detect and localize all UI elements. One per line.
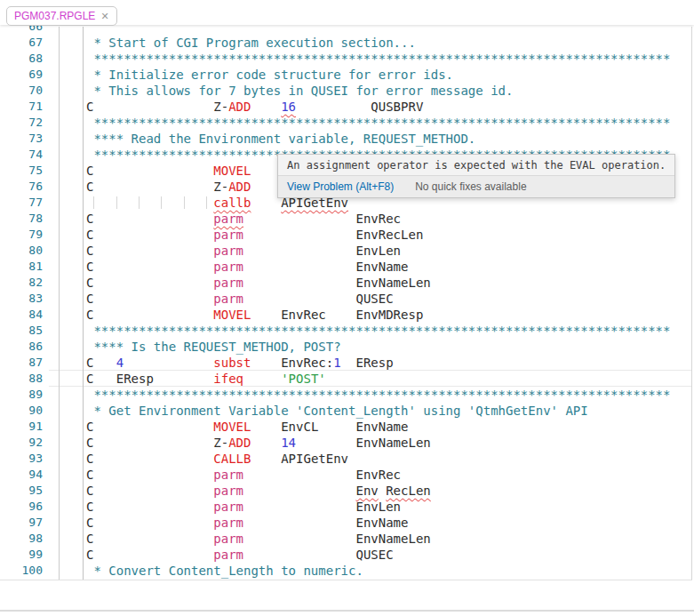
line-number[interactable]: 86 xyxy=(0,339,43,355)
line-number[interactable]: 82 xyxy=(0,275,43,291)
line-number[interactable]: 67 xyxy=(0,35,43,51)
line-number[interactable]: 71 xyxy=(0,99,43,115)
code-line-67[interactable]: 67 * Start of CGI Program execution sect… xyxy=(0,35,694,51)
line-number[interactable]: 95 xyxy=(0,483,43,499)
line-number[interactable]: 90 xyxy=(0,403,43,419)
code-text: C parm EnvLen xyxy=(86,243,401,259)
indent-guide xyxy=(93,196,94,209)
line-number[interactable]: 84 xyxy=(0,307,43,323)
code-line-91[interactable]: 91C MOVEL EnvCL EnvName xyxy=(0,419,694,435)
code-line-89[interactable]: 89 *************************************… xyxy=(0,387,694,403)
code-line-95[interactable]: 95C parm Env RecLen xyxy=(0,483,694,499)
code-text: C parm EnvNameLen xyxy=(86,531,431,547)
line-number[interactable]: 75 xyxy=(0,163,43,179)
line-number[interactable]: 85 xyxy=(0,323,43,339)
view-problem-link[interactable]: View Problem (Alt+F8) xyxy=(287,180,394,193)
code-text: C parm EnvRec xyxy=(86,211,401,227)
code-line-82[interactable]: 82C parm EnvNameLen xyxy=(0,275,694,291)
code-line-85[interactable]: 85 *************************************… xyxy=(0,323,694,339)
code-text: C Z-ADD xyxy=(86,179,251,195)
line-number[interactable]: 96 xyxy=(0,499,43,515)
code-text: C parm EnvName xyxy=(86,259,408,275)
code-text: C CALLB APIGetEnv xyxy=(86,451,348,467)
code-text: C MOVEL EnvRec EnvMDResp xyxy=(86,307,423,323)
code-line-79[interactable]: 79C parm EnvRecLen xyxy=(0,227,694,243)
line-number[interactable]: 69 xyxy=(0,67,43,83)
line-number[interactable]: 81 xyxy=(0,259,43,275)
code-line-81[interactable]: 81C parm EnvName xyxy=(0,259,694,275)
code-area[interactable]: 6667 * Start of CGI Program execution se… xyxy=(0,19,694,579)
editor-bottom-border xyxy=(0,580,692,580)
line-number[interactable]: 80 xyxy=(0,243,43,259)
line-number[interactable]: 70 xyxy=(0,83,43,99)
code-line-69[interactable]: 69 * Initialize error code structure for… xyxy=(0,67,694,83)
code-line-78[interactable]: 78C parm EnvRec xyxy=(0,211,694,227)
code-text: C parm Env RecLen xyxy=(86,483,431,499)
code-line-80[interactable]: 80C parm EnvLen xyxy=(0,243,694,259)
code-line-68[interactable]: 68 *************************************… xyxy=(0,51,694,67)
code-line-96[interactable]: 96C parm EnvLen xyxy=(0,499,694,515)
code-line-72[interactable]: 72 *************************************… xyxy=(0,115,694,131)
code-text: C parm EnvName xyxy=(86,515,408,531)
code-line-71[interactable]: 71C Z-ADD 16 QUSBPRV xyxy=(0,99,694,115)
code-line-73[interactable]: 73 **** Read the Environment variable, R… xyxy=(0,131,694,147)
code-line-97[interactable]: 97C parm EnvName xyxy=(0,515,694,531)
code-text: C parm EnvLen xyxy=(86,499,401,515)
code-line-93[interactable]: 93C CALLB APIGetEnv xyxy=(0,451,694,467)
code-line-90[interactable]: 90 * Get Environment Variable 'Content_L… xyxy=(0,403,694,419)
line-number[interactable]: 76 xyxy=(0,179,43,195)
line-number[interactable]: 93 xyxy=(0,451,43,467)
code-line-87[interactable]: 87C 4 subst EnvRec:1 EResp xyxy=(0,355,694,371)
code-text: * This allows for 7 bytes in QUSEI for e… xyxy=(86,83,513,99)
quick-fix-hint: No quick fixes available xyxy=(415,180,526,193)
code-line-88[interactable]: 88C EResp ifeq 'POST' xyxy=(0,371,694,387)
line-number[interactable]: 98 xyxy=(0,531,43,547)
code-line-100[interactable]: 100 * Convert Content_Length to numeric. xyxy=(0,563,694,579)
line-number[interactable]: 78 xyxy=(0,211,43,227)
code-text: ****************************************… xyxy=(86,323,670,339)
code-line-94[interactable]: 94C parm EnvRec xyxy=(0,467,694,483)
code-text: C parm EnvRec xyxy=(86,467,401,483)
line-number[interactable]: 92 xyxy=(0,435,43,451)
code-line-70[interactable]: 70 * This allows for 7 bytes in QUSEI fo… xyxy=(0,83,694,99)
line-number[interactable]: 74 xyxy=(0,147,43,163)
tab-bar: PGM037.RPGLE ✕ xyxy=(0,0,694,25)
line-number[interactable]: 100 xyxy=(0,563,43,579)
code-line-99[interactable]: 99C parm QUSEC xyxy=(0,547,694,563)
line-number[interactable]: 94 xyxy=(0,467,43,483)
code-text: **** Is the REQUEST_METHOD, POST? xyxy=(86,339,341,355)
line-number[interactable]: 83 xyxy=(0,291,43,307)
code-line-84[interactable]: 84C MOVEL EnvRec EnvMDResp xyxy=(0,307,694,323)
code-line-98[interactable]: 98C parm EnvNameLen xyxy=(0,531,694,547)
code-text: * Convert Content_Length to numeric. xyxy=(86,563,363,579)
code-text: **** Read the Environment variable, REQU… xyxy=(86,131,475,147)
line-number[interactable]: 89 xyxy=(0,387,43,403)
tab-pgm037[interactable]: PGM037.RPGLE ✕ xyxy=(6,6,117,26)
code-text: C parm QUSEC xyxy=(86,547,394,563)
line-number[interactable]: 97 xyxy=(0,515,43,531)
close-icon[interactable]: ✕ xyxy=(100,12,108,21)
panel-divider xyxy=(0,610,694,612)
code-text: ****************************************… xyxy=(86,387,670,403)
line-number[interactable]: 91 xyxy=(0,419,43,435)
code-line-92[interactable]: 92C Z-ADD 14 EnvNameLen xyxy=(0,435,694,451)
line-number[interactable]: 87 xyxy=(0,355,43,371)
code-text: * Initialize error code structure for er… xyxy=(86,67,453,83)
indent-guide xyxy=(184,196,185,209)
code-text: C parm QUSEC xyxy=(86,291,394,307)
line-number[interactable]: 88 xyxy=(0,371,43,387)
line-number[interactable]: 79 xyxy=(0,227,43,243)
error-message: An assignment operator is expected with … xyxy=(278,155,674,175)
error-tooltip: An assignment operator is expected with … xyxy=(277,154,675,198)
line-number[interactable]: 72 xyxy=(0,115,43,131)
indent-guide xyxy=(139,196,140,209)
line-number[interactable]: 99 xyxy=(0,547,43,563)
code-text: C MOVEL xyxy=(86,163,251,179)
code-line-86[interactable]: 86 **** Is the REQUEST_METHOD, POST? xyxy=(0,339,694,355)
code-text: ****************************************… xyxy=(86,115,670,131)
code-text: * Start of CGI Program execution section… xyxy=(86,35,416,51)
line-number[interactable]: 77 xyxy=(0,195,43,211)
line-number[interactable]: 68 xyxy=(0,51,43,67)
line-number[interactable]: 73 xyxy=(0,131,43,147)
code-line-83[interactable]: 83C parm QUSEC xyxy=(0,291,694,307)
